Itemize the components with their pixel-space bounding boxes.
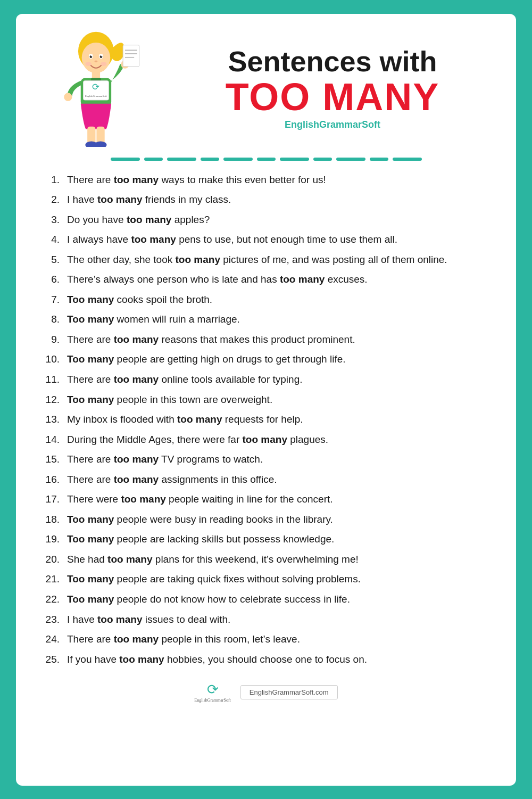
sentence-number: 1. (43, 172, 60, 187)
too-many-bold: Too many (67, 294, 114, 305)
footer-swirl-icon: ⟳ (207, 681, 219, 698)
list-item: 9.There are too many reasons that makes … (43, 332, 489, 347)
list-item: 23.I have too many issues to deal with. (43, 612, 489, 627)
sentence-number: 3. (43, 212, 60, 227)
header: ⟳ EnglishGrammarSoft Sentences with TOO … (43, 30, 489, 147)
too-many-bold: Too many (67, 314, 114, 325)
list-item: 15.There are too many TV programs to wat… (43, 452, 489, 467)
sentence-text: There are too many people in this room, … (67, 632, 489, 647)
sentence-text: Do you have too many apples? (67, 212, 489, 227)
too-many-bold: too many (119, 654, 164, 665)
sentence-text: There’s always one person who is late an… (67, 272, 489, 287)
sentence-text: I always have too many pens to use, but … (67, 232, 489, 247)
sentence-number: 10. (43, 352, 60, 367)
list-item: 8.Too many women will ruin a marriage. (43, 312, 489, 327)
svg-point-21 (95, 60, 98, 62)
too-many-bold: too many (177, 414, 222, 425)
too-many-bold: Too many (67, 394, 114, 405)
sentence-number: 9. (43, 332, 60, 347)
svg-point-20 (101, 55, 102, 56)
title-line1: Sentences with (176, 46, 489, 77)
sentence-number: 2. (43, 192, 60, 207)
sentence-text: There are too many reasons that makes th… (67, 332, 489, 347)
sentence-number: 14. (43, 432, 60, 447)
too-many-bold: Too many (67, 353, 114, 365)
title-line2: TOO MANY (176, 78, 489, 116)
sentence-text: Too many people in this town are overwei… (67, 392, 489, 407)
list-item: 22.Too many people do not know how to ce… (43, 592, 489, 607)
list-item: 4.I always have too many pens to use, bu… (43, 232, 489, 247)
svg-rect-6 (123, 45, 139, 66)
sentence-text: Too many people are getting high on drug… (67, 352, 489, 367)
too-many-bold: too many (176, 254, 220, 265)
too-many-bold: too many (114, 454, 159, 465)
too-many-bold: Too many (67, 573, 114, 584)
list-item: 11.There are too many online tools avail… (43, 372, 489, 387)
too-many-bold: too many (97, 194, 142, 205)
sentence-number: 21. (43, 572, 60, 587)
sentence-number: 17. (43, 492, 60, 507)
sentence-text: There were too many people waiting in li… (67, 492, 489, 507)
list-item: 17.There were too many people waiting in… (43, 492, 489, 507)
sentence-text: During the Middle Ages, there were far t… (67, 432, 489, 447)
too-many-bold: Too many (67, 533, 114, 545)
sentence-text: She had too many plans for this weekend,… (67, 552, 489, 567)
list-item: 25.If you have too many hobbies, you sho… (43, 652, 489, 667)
list-item: 10.Too many people are getting high on d… (43, 352, 489, 367)
too-many-bold: too many (114, 374, 159, 385)
svg-point-4 (64, 93, 72, 101)
list-item: 13.My inbox is flooded with too many req… (43, 412, 489, 427)
sentence-text: My inbox is flooded with too many reques… (67, 412, 489, 427)
too-many-bold: too many (97, 614, 142, 625)
list-item: 6.There’s always one person who is late … (43, 272, 489, 287)
too-many-bold: Too many (67, 594, 114, 605)
sentence-number: 22. (43, 592, 60, 607)
sentence-text: Too many cooks spoil the broth. (67, 292, 489, 307)
sentence-number: 13. (43, 412, 60, 427)
svg-point-22 (85, 62, 91, 66)
footer-logo: ⟳ EnglishGrammarSoft (194, 681, 230, 703)
too-many-bold: Too many (67, 514, 114, 525)
header-subtitle: EnglishGrammarSoft (176, 119, 489, 130)
svg-point-13 (95, 141, 107, 147)
list-item: 12.Too many people in this town are over… (43, 392, 489, 407)
list-item: 21.Too many people are taking quick fixe… (43, 572, 489, 587)
too-many-bold: too many (280, 274, 325, 285)
sentence-number: 12. (43, 392, 60, 407)
too-many-bold: too many (243, 434, 287, 445)
list-item: 1.There are too many ways to make this e… (43, 172, 489, 187)
svg-point-19 (91, 55, 92, 56)
sentence-text: The other day, she took too many picture… (67, 252, 489, 267)
sentence-text: Too many people were busy in reading boo… (67, 512, 489, 527)
list-item: 5.The other day, she took too many pictu… (43, 252, 489, 267)
sentence-text: Too many people do not know how to celeb… (67, 592, 489, 607)
sentence-number: 4. (43, 232, 60, 247)
mascot-area: ⟳ EnglishGrammarSoft (43, 30, 160, 147)
sentence-text: There are too many ways to make this eve… (67, 172, 489, 187)
svg-text:EnglishGrammarSoft: EnglishGrammarSoft (85, 95, 107, 97)
divider (43, 158, 489, 161)
sentence-number: 20. (43, 552, 60, 567)
sentence-number: 23. (43, 612, 60, 627)
sentence-text: Too many people are taking quick fixes w… (67, 572, 489, 587)
sentence-text: There are too many TV programs to watch. (67, 452, 489, 467)
list-item: 7.Too many cooks spoil the broth. (43, 292, 489, 307)
sentence-number: 24. (43, 632, 60, 647)
too-many-bold: too many (127, 214, 171, 225)
too-many-bold: too many (121, 493, 165, 505)
sentence-text: If you have too many hobbies, you should… (67, 652, 489, 667)
footer-domain: EnglishGrammarSoft.com (240, 685, 338, 699)
sentence-number: 15. (43, 452, 60, 467)
sentence-number: 6. (43, 272, 60, 287)
svg-text:⟳: ⟳ (92, 81, 99, 92)
sentence-text: There are too many online tools availabl… (67, 372, 489, 387)
sentence-text: I have too many friends in my class. (67, 192, 489, 207)
footer: ⟳ EnglishGrammarSoft EnglishGrammarSoft.… (43, 681, 489, 703)
sentence-number: 16. (43, 472, 60, 487)
too-many-bold: too many (107, 554, 152, 565)
too-many-bold: too many (114, 174, 159, 185)
too-many-bold: too many (114, 334, 159, 345)
list-item: 14.During the Middle Ages, there were fa… (43, 432, 489, 447)
list-item: 24.There are too many people in this roo… (43, 632, 489, 647)
sentence-number: 5. (43, 252, 60, 267)
